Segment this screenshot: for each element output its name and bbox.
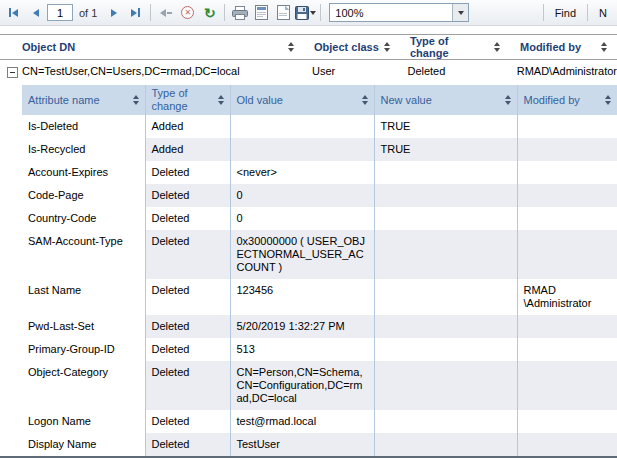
cell-modified-by: [517, 433, 617, 456]
refresh-button[interactable]: ↻: [199, 2, 220, 24]
first-page-button[interactable]: [3, 2, 24, 24]
cell-modified-by: [517, 184, 617, 207]
cell-modified-by: [517, 338, 617, 361]
sort-icon[interactable]: [505, 95, 511, 105]
cell-old-value: CN=Person,CN=Schema,CN=Configuration,DC=…: [230, 361, 374, 410]
table-row: Country-Code Deleted 0: [22, 207, 617, 230]
sort-icon[interactable]: [494, 42, 500, 52]
group-row: CN=TestUser,CN=Users,DC=rmad,DC=local Us…: [0, 60, 617, 85]
zoom-value: 100%: [330, 7, 452, 19]
cell-modified-by: [517, 161, 617, 184]
cell-attribute: Object-Category: [22, 361, 145, 410]
cell-new-value: [374, 161, 517, 184]
cell-old-value: <never>: [230, 161, 374, 184]
cell-new-value: [374, 410, 517, 433]
attribute-table-header: Attribute name Type of change Old value …: [22, 85, 617, 115]
inner-column-header-old-value: Old value: [230, 85, 374, 115]
inner-column-header-modified-by: Modified by: [517, 85, 617, 115]
find-next-button[interactable]: N: [592, 2, 614, 24]
sort-icon[interactable]: [218, 95, 224, 105]
toolbar-separator: [224, 4, 225, 21]
attribute-table: Attribute name Type of change Old value …: [22, 85, 617, 456]
cell-old-value: 0: [230, 184, 374, 207]
sort-icon[interactable]: [288, 42, 294, 52]
table-row: Pwd-Last-Set Deleted 5/20/2019 1:32:27 P…: [22, 315, 617, 338]
cell-attribute: Logon Name: [22, 410, 145, 433]
inner-column-header-type-of-change: Type of change: [145, 85, 230, 115]
cell-change: Deleted: [145, 279, 230, 315]
page-number-input[interactable]: [47, 4, 73, 21]
report-body: Object DN Object class Type of change Mo…: [0, 34, 617, 458]
previous-page-button[interactable]: [25, 2, 46, 24]
next-page-icon: [111, 9, 117, 17]
back-parent-icon: [160, 9, 166, 17]
minus-icon: [10, 72, 15, 73]
cell-old-value: 513: [230, 338, 374, 361]
print-icon: [232, 6, 248, 20]
table-row: Last Name Deleted 123456 RMAD \Administr…: [22, 279, 617, 315]
cell-attribute: Country-Code: [22, 207, 145, 230]
cell-change: Deleted: [145, 230, 230, 279]
cell-old-value: 5/20/2019 1:32:27 PM: [230, 315, 374, 338]
cell-change: Deleted: [145, 410, 230, 433]
toolbar-separator: [320, 4, 321, 21]
cell-new-value: [374, 315, 517, 338]
export-button[interactable]: [295, 2, 316, 24]
cell-attribute: Last Name: [22, 279, 145, 315]
print-layout-button[interactable]: [251, 2, 272, 24]
table-row: Is-Deleted Added TRUE: [22, 115, 617, 138]
cell-change: Added: [145, 115, 230, 138]
cell-old-value: 0: [230, 207, 374, 230]
zoom-select[interactable]: 100%: [329, 3, 469, 22]
column-header-type-of-change: Type of change: [402, 35, 512, 59]
outer-table-header: Object DN Object class Type of change Mo…: [0, 34, 617, 60]
sort-icon[interactable]: [133, 95, 139, 105]
table-row: Is-Recycled Added TRUE: [22, 138, 617, 161]
export-save-icon: [295, 6, 309, 20]
zoom-dropdown-button[interactable]: [452, 4, 468, 21]
cell-attribute: SAM-Account-Type: [22, 230, 145, 279]
table-row: Logon Name Deleted test@rmad.local: [22, 410, 617, 433]
toolbar-separator: [150, 4, 151, 21]
table-row: Account-Expires Deleted <never>: [22, 161, 617, 184]
cell-attribute: Primary-Group-ID: [22, 338, 145, 361]
sort-icon[interactable]: [362, 95, 368, 105]
report-viewer-window: of 1 ✕ ↻ 100% Find N: [0, 0, 617, 458]
column-header-object-dn: Object DN: [0, 35, 306, 59]
cell-modified-by: [517, 138, 617, 161]
find-button[interactable]: Find: [548, 2, 583, 24]
cell-attribute: Pwd-Last-Set: [22, 315, 145, 338]
page-setup-button[interactable]: [273, 2, 294, 24]
cell-attribute: Code-Page: [22, 184, 145, 207]
collapse-toggle[interactable]: [7, 67, 18, 78]
sort-icon[interactable]: [384, 42, 390, 52]
cell-modified-by: RMAD \Administrator: [517, 279, 617, 315]
cell-old-value: [230, 138, 374, 161]
cell-change: Deleted: [145, 338, 230, 361]
stop-rendering-button[interactable]: ✕: [177, 2, 198, 24]
last-page-icon: [131, 9, 137, 17]
cell-modified-by: [517, 315, 617, 338]
group-object-dn: CN=TestUser,CN=Users,DC=rmad,DC=local: [0, 65, 304, 77]
back-to-parent-button[interactable]: [155, 2, 176, 24]
report-toolbar: of 1 ✕ ↻ 100% Find N: [0, 0, 617, 26]
cell-attribute: Is-Recycled: [22, 138, 145, 161]
cell-new-value: [374, 207, 517, 230]
cell-modified-by: [517, 361, 617, 410]
toolbar-separator: [543, 4, 544, 21]
first-page-icon: [9, 8, 11, 17]
cell-modified-by: [517, 207, 617, 230]
pages-total-label: of 1: [74, 7, 102, 19]
print-button[interactable]: [229, 2, 250, 24]
sort-icon[interactable]: [601, 42, 607, 52]
column-header-modified-by: Modified by: [512, 35, 617, 59]
cell-attribute: Display Name: [22, 433, 145, 456]
cell-old-value: 123456: [230, 279, 374, 315]
stop-icon: ✕: [181, 6, 194, 19]
next-page-button[interactable]: [103, 2, 124, 24]
table-row: Primary-Group-ID Deleted 513: [22, 338, 617, 361]
sort-icon[interactable]: [605, 95, 611, 105]
last-page-button[interactable]: [125, 2, 146, 24]
cell-change: Deleted: [145, 433, 230, 456]
table-row: Display Name Deleted TestUser: [22, 433, 617, 456]
